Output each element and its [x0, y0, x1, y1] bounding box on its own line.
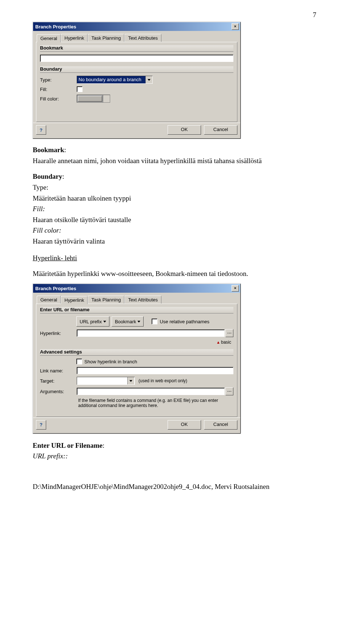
enter-url-heading: Enter URL or Filename	[33, 442, 103, 449]
url-prefix-button[interactable]: URL prefix	[76, 316, 109, 327]
tab-text-attributes[interactable]: Text Attributes	[124, 34, 161, 42]
hyperlink-tab-heading: Hyperlink- lehti	[33, 254, 77, 262]
boundary-heading: Boundary	[33, 173, 62, 180]
cancel-button[interactable]: Cancel	[204, 125, 237, 135]
chevron-down-icon[interactable]	[127, 377, 134, 384]
target-value	[77, 377, 127, 384]
bookmark-input[interactable]	[40, 55, 233, 62]
page-number: 7	[33, 11, 316, 19]
bookmark-group: Bookmark	[40, 45, 233, 62]
fillcolor-label: Fill color:	[40, 96, 75, 102]
show-hyperlink-checkbox[interactable]	[76, 359, 82, 364]
help-icon[interactable]: ?	[36, 420, 46, 430]
use-relative-checkbox[interactable]	[152, 319, 157, 324]
boundary-type-desc: Määritetään haaran ulkoinen tyyppi	[33, 194, 316, 203]
linkname-input[interactable]	[77, 367, 233, 374]
boundary-group-title: Boundary	[40, 66, 233, 73]
bookmark-button[interactable]: Bookmark	[112, 316, 144, 327]
advanced-group: Advanced settings Show hyperlink in bran…	[40, 349, 233, 408]
tab-hyperlink[interactable]: Hyperlink	[61, 296, 88, 304]
hyperlink-input[interactable]	[77, 329, 225, 337]
arguments-label: Arguments:	[40, 389, 75, 394]
help-icon[interactable]: ?	[36, 125, 46, 135]
boundary-type-line: Type:	[33, 183, 316, 192]
branch-properties-dialog-general: Branch Properties × General Hyperlink Ta…	[33, 22, 241, 139]
fill-desc: Haaran otsikolle täyttöväri taustalle	[33, 215, 316, 225]
arguments-input[interactable]	[77, 388, 225, 395]
bookmark-heading: Bookmark	[33, 146, 64, 154]
fill-label: Fill:	[40, 87, 75, 92]
fillcolor-desc: Haaran täyttövärin valinta	[33, 237, 316, 246]
browse-icon[interactable]: ⋯	[225, 387, 233, 395]
target-hint: (used in web export only)	[139, 378, 187, 383]
tab-general[interactable]: General	[37, 296, 61, 304]
dialog-titlebar[interactable]: Branch Properties ×	[33, 284, 240, 293]
tab-strip: General Hyperlink Task Planning Text Att…	[36, 34, 237, 42]
arguments-hint: If the filename field contains a command…	[78, 398, 224, 408]
browse-icon[interactable]: ⋯	[225, 329, 233, 337]
enter-url-title: Enter URL or filename	[40, 307, 233, 313]
fill-color-picker[interactable]	[77, 95, 110, 103]
cancel-button[interactable]: Cancel	[204, 420, 237, 430]
dialog-title: Branch Properties	[35, 286, 76, 291]
close-icon[interactable]: ×	[232, 285, 239, 292]
tab-text-attributes[interactable]: Text Attributes	[124, 296, 161, 304]
footer-path: D:\MindManagerOHJE\ohje\MindManager2002o…	[33, 483, 316, 491]
tab-strip: General Hyperlink Task Planning Text Att…	[36, 296, 237, 304]
boundary-type-select[interactable]: No boundary around a branch	[77, 76, 153, 84]
basic-toggle[interactable]: ▲basic	[40, 340, 233, 345]
tab-task-planning[interactable]: Task Planning	[88, 34, 124, 42]
fill-checkbox[interactable]	[77, 86, 83, 92]
target-label: Target:	[40, 378, 75, 384]
linkname-label: Link name:	[40, 368, 75, 374]
tab-general[interactable]: General	[37, 34, 61, 42]
close-icon[interactable]: ×	[232, 23, 239, 30]
url-prefix-line: URL prefix::	[33, 451, 316, 461]
boundary-type-value: No boundary around a branch	[77, 76, 145, 83]
fillcolor-line: Fill color:	[33, 226, 316, 235]
bookmark-group-title: Bookmark	[40, 45, 233, 52]
dialog-titlebar[interactable]: Branch Properties ×	[33, 22, 240, 31]
fill-line: Fill:	[33, 204, 316, 214]
show-hyperlink-label: Show hyperlink in branch	[84, 359, 137, 364]
dialog-title: Branch Properties	[35, 24, 76, 29]
enter-url-group: Enter URL or filename URL prefix Bookmar…	[40, 307, 233, 345]
advanced-title: Advanced settings	[40, 349, 233, 356]
target-select[interactable]	[77, 377, 135, 385]
hyperlink-tab-desc: Määritetään hyperlinkki www-osoitteeseen…	[33, 269, 316, 278]
boundary-group: Boundary Type: No boundary around a bran…	[40, 66, 233, 103]
hyperlink-label: Hyperlink:	[40, 331, 75, 336]
use-relative-label: Use relative pathnames	[160, 319, 209, 324]
bookmark-desc: Haaralle annetaan nimi, johon voidaan vi…	[33, 156, 316, 166]
branch-properties-dialog-hyperlink: Branch Properties × General Hyperlink Ta…	[33, 284, 241, 434]
chevron-down-icon[interactable]	[145, 76, 152, 83]
tab-hyperlink[interactable]: Hyperlink	[61, 34, 88, 42]
type-label: Type:	[40, 77, 75, 83]
ok-button[interactable]: OK	[168, 125, 201, 135]
ok-button[interactable]: OK	[168, 420, 201, 430]
tab-task-planning[interactable]: Task Planning	[88, 296, 124, 304]
